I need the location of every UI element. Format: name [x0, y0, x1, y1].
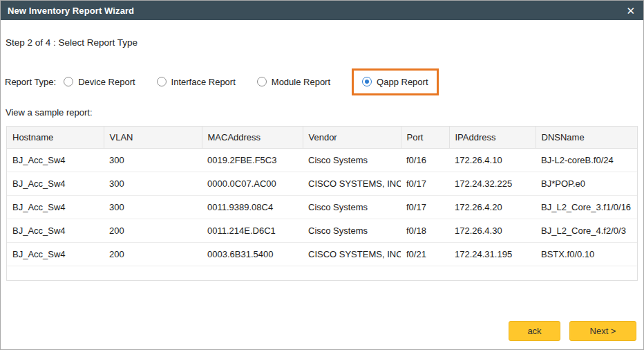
table-cell: Cisco Systems: [303, 196, 401, 219]
table-cell: BJ*POP.e0: [536, 172, 637, 196]
report-type-option-label: Module Report: [272, 77, 330, 87]
table-cell: 0019.2FBE.F5C3: [202, 149, 303, 172]
radio-icon[interactable]: [64, 77, 73, 86]
report-type-option-label: Interface Report: [171, 77, 236, 87]
table-cell: f0/21: [401, 243, 449, 266]
table-cell: Cisco Systems: [303, 219, 401, 243]
report-type-option[interactable]: Device Report: [64, 77, 135, 87]
radio-icon[interactable]: [157, 77, 167, 86]
report-type-option[interactable]: Interface Report: [157, 77, 236, 87]
sample-report-label: View a sample report:: [6, 107, 639, 118]
table-cell: BJ_Acc_Sw4: [7, 196, 104, 219]
table-cell: 200: [104, 219, 202, 243]
radio-icon[interactable]: [362, 77, 372, 86]
table-cell: 0011.214E.D6C1: [202, 219, 303, 243]
table-cell: 0011.9389.08C4: [202, 196, 303, 219]
column-header: Vendor: [303, 127, 401, 149]
column-header: IPAddress: [449, 127, 536, 149]
column-header: Hostname: [7, 127, 104, 149]
table-cell: 172.24.32.225: [449, 172, 536, 196]
table-row: BJ_Acc_Sw42000003.6B31.5400CISCO SYSTEMS…: [7, 243, 637, 266]
table-cell: BJ_Acc_Sw4: [7, 219, 104, 243]
sample-table: HostnameVLANMACAddressVendorPortIPAddres…: [7, 127, 637, 266]
step-title: Step 2 of 4 : Select Report Type: [6, 37, 639, 48]
table-cell: 0003.6B31.5400: [202, 243, 303, 266]
table-row: BJ_Acc_Sw43000011.9389.08C4Cisco Systems…: [7, 196, 637, 219]
titlebar: New Inventory Report Wizard ✕: [1, 1, 643, 20]
column-header: Port: [401, 127, 449, 149]
table-cell: Cisco Systems: [303, 149, 401, 172]
table-cell: BJ_Acc_Sw4: [7, 172, 104, 196]
table-cell: CISCO SYSTEMS, INC.: [303, 243, 401, 266]
table-cell: 0000.0C07.AC00: [202, 172, 303, 196]
table-cell: f0/17: [401, 196, 449, 219]
table-cell: BJ-L2-coreB.f0/24: [536, 149, 637, 172]
table-cell: 172.24.31.195: [449, 243, 536, 266]
next-button[interactable]: Next >: [569, 321, 636, 341]
report-type-option[interactable]: Module Report: [257, 77, 330, 87]
table-cell: BJ_Acc_Sw4: [7, 149, 104, 172]
table-cell: BJ_L2_Core_3.f1/0/16: [536, 196, 637, 219]
report-type-option-label: Device Report: [78, 77, 135, 87]
table-cell: f0/16: [401, 149, 449, 172]
table-cell: f0/18: [401, 219, 449, 243]
table-cell: CISCO SYSTEMS, INC.: [303, 172, 401, 196]
table-row: BJ_Acc_Sw43000000.0C07.AC00CISCO SYSTEMS…: [7, 172, 637, 196]
table-row: BJ_Acc_Sw43000019.2FBE.F5C3Cisco Systems…: [7, 149, 637, 172]
back-button[interactable]: ack: [509, 321, 560, 341]
dialog-content: Step 2 of 4 : Select Report Type Report …: [1, 37, 643, 281]
table-cell: 172.26.4.10: [449, 149, 536, 172]
column-header: VLAN: [104, 127, 202, 149]
sample-report-table: HostnameVLANMACAddressVendorPortIPAddres…: [6, 126, 638, 281]
column-header: MACAddress: [202, 127, 303, 149]
close-icon[interactable]: ✕: [626, 6, 635, 16]
table-cell: 172.26.4.30: [449, 219, 536, 243]
table-header-row: HostnameVLANMACAddressVendorPortIPAddres…: [7, 127, 637, 149]
table-cell: 172.26.4.20: [449, 196, 536, 219]
table-cell: BSTX.f0/0.10: [536, 243, 637, 266]
table-cell: BJ_L2_Core_4.f2/0/3: [536, 219, 637, 243]
report-type-row: Report Type: Device Report Interface Rep…: [5, 66, 639, 97]
column-header: DNSName: [536, 127, 637, 149]
table-cell: BJ_Acc_Sw4: [7, 243, 104, 266]
report-type-options: Device Report Interface Report Module Re…: [64, 68, 438, 95]
radio-icon[interactable]: [257, 77, 267, 86]
table-cell: 300: [104, 149, 202, 172]
table-cell: 300: [104, 172, 202, 196]
table-row: BJ_Acc_Sw42000011.214E.D6C1Cisco Systems…: [7, 219, 637, 243]
report-type-option[interactable]: Qapp Report: [352, 68, 438, 95]
window-title: New Inventory Report Wizard: [8, 6, 134, 16]
table-cell: f0/17: [401, 172, 449, 196]
wizard-dialog: New Inventory Report Wizard ✕ Step 2 of …: [0, 0, 644, 350]
footer: ack Next >: [509, 321, 636, 341]
table-cell: 300: [104, 196, 202, 219]
table-cell: 200: [104, 243, 202, 266]
report-type-option-label: Qapp Report: [377, 77, 428, 87]
report-type-label: Report Type:: [5, 77, 56, 87]
